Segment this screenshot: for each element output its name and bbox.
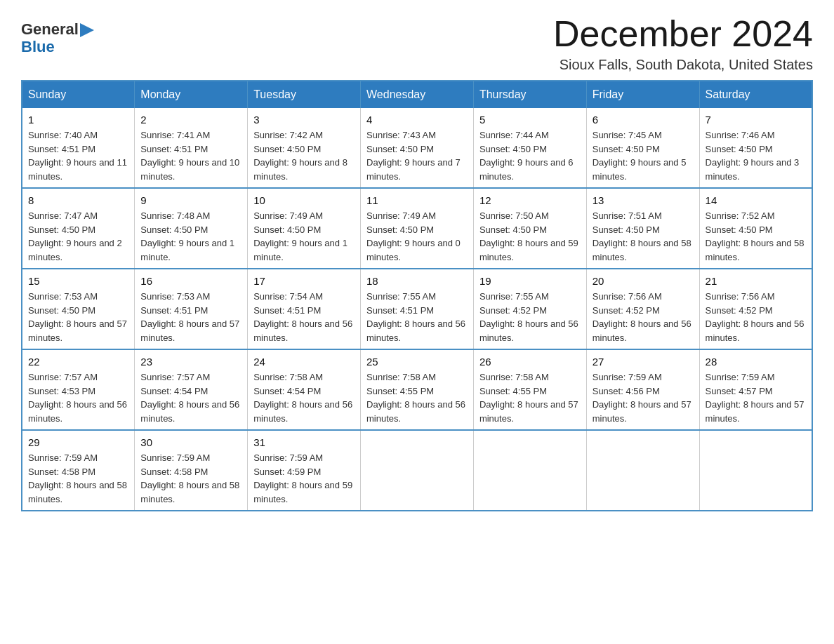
day-info: Sunrise: 7:59 AMSunset: 4:59 PMDaylight:… <box>253 451 355 506</box>
calendar-cell: 27 Sunrise: 7:59 AMSunset: 4:56 PMDaylig… <box>586 349 699 430</box>
day-info: Sunrise: 7:58 AMSunset: 4:55 PMDaylight:… <box>366 370 468 425</box>
calendar-cell <box>699 430 812 511</box>
day-number: 12 <box>479 193 581 208</box>
calendar-cell: 6 Sunrise: 7:45 AMSunset: 4:50 PMDayligh… <box>586 108 699 188</box>
day-info: Sunrise: 7:50 AMSunset: 4:50 PMDaylight:… <box>479 209 581 264</box>
day-info: Sunrise: 7:54 AMSunset: 4:51 PMDaylight:… <box>253 290 355 344</box>
calendar-cell: 1 Sunrise: 7:40 AMSunset: 4:51 PMDayligh… <box>22 108 135 188</box>
calendar-cell: 12 Sunrise: 7:50 AMSunset: 4:50 PMDaylig… <box>473 188 586 269</box>
calendar-header-row: SundayMondayTuesdayWednesdayThursdayFrid… <box>22 81 812 108</box>
calendar-cell: 20 Sunrise: 7:56 AMSunset: 4:52 PMDaylig… <box>586 269 699 349</box>
calendar-cell: 31 Sunrise: 7:59 AMSunset: 4:59 PMDaylig… <box>248 430 361 511</box>
day-header-thursday: Thursday <box>473 81 586 108</box>
day-number: 14 <box>706 193 806 208</box>
day-info: Sunrise: 7:47 AMSunset: 4:50 PMDaylight:… <box>28 209 128 264</box>
page-header: General Blue December 2024 Sioux Falls, … <box>21 14 813 73</box>
day-info: Sunrise: 7:58 AMSunset: 4:55 PMDaylight:… <box>479 370 581 425</box>
calendar-cell: 28 Sunrise: 7:59 AMSunset: 4:57 PMDaylig… <box>699 349 812 430</box>
calendar-cell: 9 Sunrise: 7:48 AMSunset: 4:50 PMDayligh… <box>135 188 248 269</box>
day-info: Sunrise: 7:57 AMSunset: 4:53 PMDaylight:… <box>28 370 128 425</box>
day-number: 8 <box>28 193 128 208</box>
calendar-week-row: 1 Sunrise: 7:40 AMSunset: 4:51 PMDayligh… <box>22 108 812 188</box>
day-number: 27 <box>593 354 694 369</box>
day-number: 17 <box>253 274 355 288</box>
calendar-cell <box>473 430 586 511</box>
day-info: Sunrise: 7:59 AMSunset: 4:58 PMDaylight:… <box>28 451 128 506</box>
logo-triangle-icon <box>80 23 94 37</box>
day-info: Sunrise: 7:48 AMSunset: 4:50 PMDaylight:… <box>140 209 241 264</box>
day-number: 26 <box>479 354 581 369</box>
calendar-week-row: 15 Sunrise: 7:53 AMSunset: 4:50 PMDaylig… <box>22 269 812 349</box>
day-info: Sunrise: 7:55 AMSunset: 4:51 PMDaylight:… <box>366 290 468 344</box>
day-number: 2 <box>140 112 241 127</box>
day-info: Sunrise: 7:42 AMSunset: 4:50 PMDaylight:… <box>253 128 355 183</box>
day-info: Sunrise: 7:45 AMSunset: 4:50 PMDaylight:… <box>593 128 694 183</box>
calendar-cell: 14 Sunrise: 7:52 AMSunset: 4:50 PMDaylig… <box>699 188 812 269</box>
calendar-cell: 23 Sunrise: 7:57 AMSunset: 4:54 PMDaylig… <box>135 349 248 430</box>
calendar-week-row: 29 Sunrise: 7:59 AMSunset: 4:58 PMDaylig… <box>22 430 812 511</box>
logo: General Blue <box>21 14 94 56</box>
day-number: 22 <box>28 354 128 369</box>
calendar-cell: 15 Sunrise: 7:53 AMSunset: 4:50 PMDaylig… <box>22 269 135 349</box>
calendar-cell: 4 Sunrise: 7:43 AMSunset: 4:50 PMDayligh… <box>361 108 474 188</box>
calendar-cell <box>586 430 699 511</box>
day-info: Sunrise: 7:59 AMSunset: 4:56 PMDaylight:… <box>593 370 694 425</box>
day-number: 30 <box>140 435 241 450</box>
day-number: 16 <box>140 274 241 288</box>
day-info: Sunrise: 7:46 AMSunset: 4:50 PMDaylight:… <box>706 128 806 183</box>
day-info: Sunrise: 7:57 AMSunset: 4:54 PMDaylight:… <box>140 370 241 425</box>
calendar-week-row: 22 Sunrise: 7:57 AMSunset: 4:53 PMDaylig… <box>22 349 812 430</box>
day-info: Sunrise: 7:56 AMSunset: 4:52 PMDaylight:… <box>593 290 694 344</box>
day-number: 18 <box>366 274 468 288</box>
calendar-cell: 8 Sunrise: 7:47 AMSunset: 4:50 PMDayligh… <box>22 188 135 269</box>
day-number: 31 <box>253 435 355 450</box>
day-header-saturday: Saturday <box>699 81 812 108</box>
day-number: 7 <box>706 112 806 127</box>
calendar-cell: 18 Sunrise: 7:55 AMSunset: 4:51 PMDaylig… <box>361 269 474 349</box>
calendar-cell: 10 Sunrise: 7:49 AMSunset: 4:50 PMDaylig… <box>248 188 361 269</box>
calendar-table: SundayMondayTuesdayWednesdayThursdayFrid… <box>21 80 813 511</box>
day-info: Sunrise: 7:55 AMSunset: 4:52 PMDaylight:… <box>479 290 581 344</box>
day-number: 23 <box>140 354 241 369</box>
day-number: 10 <box>253 193 355 208</box>
calendar-cell: 19 Sunrise: 7:55 AMSunset: 4:52 PMDaylig… <box>473 269 586 349</box>
calendar-cell: 17 Sunrise: 7:54 AMSunset: 4:51 PMDaylig… <box>248 269 361 349</box>
calendar-cell: 11 Sunrise: 7:49 AMSunset: 4:50 PMDaylig… <box>361 188 474 269</box>
day-number: 11 <box>366 193 468 208</box>
calendar-cell: 26 Sunrise: 7:58 AMSunset: 4:55 PMDaylig… <box>473 349 586 430</box>
calendar-cell: 29 Sunrise: 7:59 AMSunset: 4:58 PMDaylig… <box>22 430 135 511</box>
day-info: Sunrise: 7:52 AMSunset: 4:50 PMDaylight:… <box>706 209 806 264</box>
calendar-cell: 25 Sunrise: 7:58 AMSunset: 4:55 PMDaylig… <box>361 349 474 430</box>
day-number: 15 <box>28 274 128 288</box>
title-section: December 2024 Sioux Falls, South Dakota,… <box>553 14 813 73</box>
day-header-tuesday: Tuesday <box>248 81 361 108</box>
calendar-cell: 22 Sunrise: 7:57 AMSunset: 4:53 PMDaylig… <box>22 349 135 430</box>
day-header-monday: Monday <box>135 81 248 108</box>
day-header-sunday: Sunday <box>22 81 135 108</box>
calendar-cell: 16 Sunrise: 7:53 AMSunset: 4:51 PMDaylig… <box>135 269 248 349</box>
calendar-cell: 5 Sunrise: 7:44 AMSunset: 4:50 PMDayligh… <box>473 108 586 188</box>
day-info: Sunrise: 7:44 AMSunset: 4:50 PMDaylight:… <box>479 128 581 183</box>
svg-marker-0 <box>80 23 94 37</box>
day-info: Sunrise: 7:43 AMSunset: 4:50 PMDaylight:… <box>366 128 468 183</box>
day-number: 29 <box>28 435 128 450</box>
page-subtitle: Sioux Falls, South Dakota, United States <box>553 57 813 73</box>
day-number: 3 <box>253 112 355 127</box>
day-info: Sunrise: 7:58 AMSunset: 4:54 PMDaylight:… <box>253 370 355 425</box>
day-info: Sunrise: 7:51 AMSunset: 4:50 PMDaylight:… <box>593 209 694 264</box>
day-number: 28 <box>706 354 806 369</box>
day-info: Sunrise: 7:49 AMSunset: 4:50 PMDaylight:… <box>253 209 355 264</box>
calendar-week-row: 8 Sunrise: 7:47 AMSunset: 4:50 PMDayligh… <box>22 188 812 269</box>
day-info: Sunrise: 7:41 AMSunset: 4:51 PMDaylight:… <box>140 128 241 183</box>
day-number: 9 <box>140 193 241 208</box>
day-number: 1 <box>28 112 128 127</box>
calendar-cell: 7 Sunrise: 7:46 AMSunset: 4:50 PMDayligh… <box>699 108 812 188</box>
calendar-cell: 2 Sunrise: 7:41 AMSunset: 4:51 PMDayligh… <box>135 108 248 188</box>
calendar-cell <box>361 430 474 511</box>
calendar-cell: 13 Sunrise: 7:51 AMSunset: 4:50 PMDaylig… <box>586 188 699 269</box>
day-number: 19 <box>479 274 581 288</box>
day-number: 25 <box>366 354 468 369</box>
day-info: Sunrise: 7:53 AMSunset: 4:51 PMDaylight:… <box>140 290 241 344</box>
day-number: 24 <box>253 354 355 369</box>
day-number: 13 <box>593 193 694 208</box>
